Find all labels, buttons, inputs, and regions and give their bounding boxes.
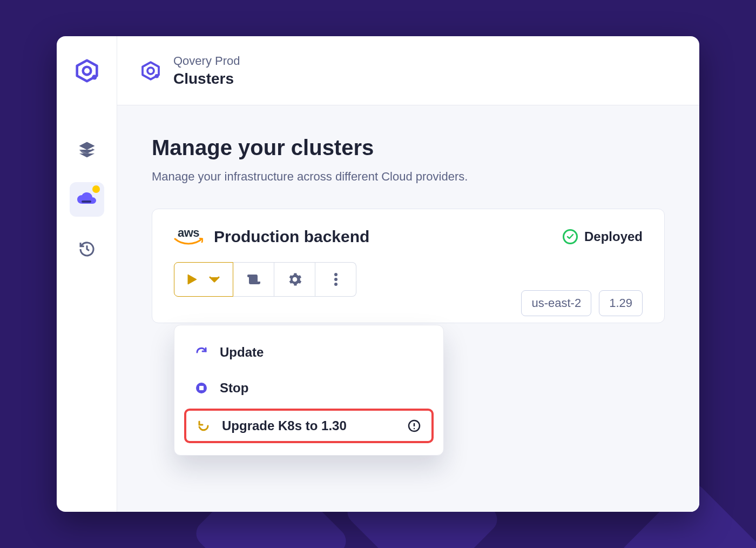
cloud-icon (76, 192, 98, 207)
breadcrumb-org[interactable]: Qovery Prod (173, 54, 240, 68)
chevron-down-icon (209, 276, 220, 283)
deploy-dropdown: Update Stop Upgrade K8s to 1.30 (174, 325, 444, 456)
menu-upgrade-k8s[interactable]: Upgrade K8s to 1.30 (184, 409, 434, 443)
topbar: Qovery Prod Clusters (117, 36, 699, 105)
refresh-icon (194, 346, 209, 359)
stop-icon (194, 382, 209, 395)
nav-layers[interactable] (70, 132, 104, 167)
app-logo[interactable] (57, 36, 117, 105)
cluster-card: aws Production backend Deployed (152, 209, 665, 323)
menu-stop[interactable]: Stop (184, 373, 434, 403)
upgrade-icon (196, 419, 211, 432)
page-subtitle: Manage your infrastructure across differ… (152, 170, 665, 184)
page-title: Manage your clusters (152, 136, 665, 160)
svg-point-1 (83, 66, 91, 75)
breadcrumb-org-icon (139, 59, 163, 83)
scroll-icon (247, 273, 261, 286)
svg-point-6 (155, 74, 159, 78)
check-circle-icon (563, 229, 578, 244)
status-label: Deployed (584, 229, 643, 244)
svg-point-5 (147, 68, 154, 74)
cluster-status: Deployed (563, 229, 643, 244)
notification-dot-icon (92, 185, 100, 193)
layers-icon (78, 141, 96, 159)
app-window: Qovery Prod Clusters Manage your cluster… (57, 36, 699, 512)
svg-point-10 (334, 278, 338, 281)
kebab-icon (334, 272, 338, 286)
menu-update-label: Update (220, 345, 264, 360)
svg-point-9 (334, 273, 338, 276)
nav-history[interactable] (70, 232, 104, 266)
svg-rect-13 (199, 386, 204, 390)
chip-region: us-east-2 (521, 290, 591, 316)
gear-icon (288, 272, 302, 286)
svg-marker-7 (188, 275, 197, 284)
menu-upgrade-label: Upgrade K8s to 1.30 (222, 418, 347, 433)
history-icon (78, 240, 96, 258)
breadcrumb: Qovery Prod Clusters (173, 54, 240, 88)
play-icon (187, 274, 197, 285)
nav-cloud[interactable] (70, 182, 104, 217)
svg-point-2 (92, 75, 97, 79)
svg-point-16 (414, 428, 415, 429)
sidebar (57, 36, 117, 512)
main: Qovery Prod Clusters Manage your cluster… (117, 36, 699, 512)
cluster-chips: us-east-2 1.29 (521, 290, 643, 316)
cluster-name[interactable]: Production backend (214, 228, 369, 246)
more-button[interactable] (315, 262, 356, 297)
menu-stop-label: Stop (220, 380, 248, 396)
svg-rect-3 (82, 201, 91, 203)
svg-point-11 (334, 283, 338, 286)
aws-icon: aws (174, 228, 203, 245)
menu-update[interactable]: Update (184, 337, 434, 367)
settings-button[interactable] (274, 262, 315, 297)
logs-button[interactable] (233, 262, 274, 297)
alert-circle-icon (407, 419, 422, 432)
chip-k8s-version: 1.29 (599, 290, 643, 316)
deploy-split-button[interactable] (174, 262, 233, 297)
svg-rect-8 (247, 275, 250, 277)
breadcrumb-page: Clusters (173, 70, 240, 88)
content: Manage your clusters Manage your infrast… (117, 105, 699, 512)
